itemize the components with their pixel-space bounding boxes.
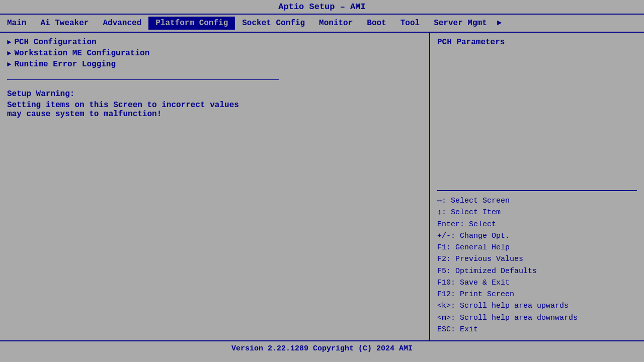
menu-item-server-mgmt[interactable]: Server Mgmt [427,17,494,30]
key-hint-11: ESC: Exit [437,324,637,335]
entry-arrow-icon-1: ► [7,49,11,57]
key-hint-3: +/-: Change Opt. [437,230,637,242]
app-title: Aptio Setup – AMI [278,2,365,12]
menu-item-ai-tweaker[interactable]: Ai Tweaker [33,17,96,30]
footer: Version 2.22.1289 Copyright (C) 2024 AMI [0,340,644,356]
menu-entry-1[interactable]: ►Workstation ME Configuration [7,49,422,58]
divider-line [437,190,637,191]
left-panel: ►PCH Configuration►Workstation ME Config… [0,33,430,340]
key-hint-10: <m>: Scroll help area downwards [437,312,637,324]
key-hint-8: F12: Print Screen [437,289,637,300]
entry-arrow-icon-0: ► [7,38,11,46]
warning-title: Setup Warning: [7,89,422,99]
key-hint-9: <k>: Scroll help area upwards [437,300,637,312]
menu-item-advanced[interactable]: Advanced [96,17,148,30]
menu-item-tool[interactable]: Tool [393,17,427,30]
key-hint-4: F1: General Help [437,242,637,253]
help-area [437,51,637,186]
key-hint-6: F5: Optimized Defaults [437,265,637,277]
menu-entry-0[interactable]: ►PCH Configuration [7,38,422,47]
entry-label-0: PCH Configuration [14,38,96,47]
menu-arrow: ► [494,17,505,30]
key-hint-0: ↔: Select Screen [437,195,637,207]
menu-item-boot[interactable]: Boot [360,17,393,30]
warning-line2: may cause system to malfunction! [7,110,422,119]
pch-params-title: PCH Parameters [437,38,637,47]
menu-entry-2[interactable]: ►Runtime Error Logging [7,60,422,69]
entry-label-1: Workstation ME Configuration [14,49,149,58]
title-bar: Aptio Setup – AMI [0,0,644,15]
warning-line1: Setting items on this Screen to incorrec… [7,101,422,110]
main-content: ►PCH Configuration►Workstation ME Config… [0,33,644,340]
key-hints: ↔: Select Screen↕: Select ItemEnter: Sel… [437,195,637,335]
menu-item-main[interactable]: Main [0,17,33,30]
key-hint-2: Enter: Select [437,219,637,230]
menu-item-platform-config[interactable]: Platform Config [148,17,235,30]
footer-text: Version 2.22.1289 Copyright (C) 2024 AMI [231,344,413,353]
entry-label-2: Runtime Error Logging [14,60,116,69]
key-hint-5: F2: Previous Values [437,253,637,265]
right-panel: PCH Parameters ↔: Select Screen↕: Select… [430,33,644,340]
menu-bar: MainAi TweakerAdvancedPlatform ConfigSoc… [0,15,644,33]
key-hint-7: F10: Save & Exit [437,277,637,289]
separator: ────────────────────────────────────────… [7,76,422,84]
entry-arrow-icon-2: ► [7,60,11,68]
key-hint-1: ↕: Select Item [437,207,637,218]
menu-item-monitor[interactable]: Monitor [312,17,360,30]
menu-item-socket-config[interactable]: Socket Config [235,17,312,30]
